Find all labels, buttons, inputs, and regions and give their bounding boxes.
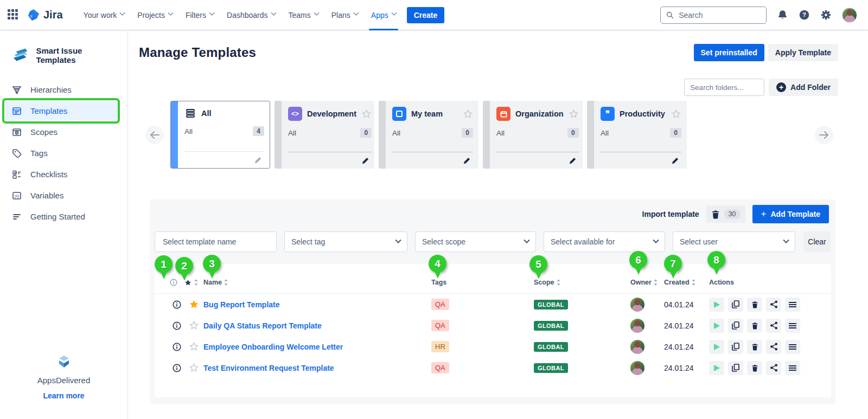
notifications-button[interactable] (777, 9, 788, 21)
carousel-prev-button[interactable] (145, 126, 164, 144)
settings-button[interactable] (820, 9, 832, 21)
sidebar-item-scopes[interactable]: Scopes (5, 123, 118, 141)
nav-dashboards[interactable]: Dashboards (220, 0, 282, 30)
set-preinstalled-button[interactable]: Set preinstalled (694, 44, 764, 61)
nav-your-work[interactable]: Your work (77, 0, 131, 30)
row-favorite-button[interactable] (184, 299, 203, 310)
search-folders-input[interactable] (684, 79, 764, 96)
app-switcher-icon[interactable] (8, 9, 20, 21)
folder-card-my-team[interactable]: My team All 0 (379, 101, 478, 169)
more-menu-button[interactable] (785, 319, 800, 333)
learn-more-link[interactable]: Learn more (43, 391, 84, 400)
col-scope[interactable]: Scope (534, 279, 630, 286)
sidebar-item-tags[interactable]: Tags (5, 144, 118, 162)
more-menu-button[interactable] (785, 361, 800, 375)
more-menu-button[interactable] (785, 298, 800, 312)
folder-card-productivity[interactable]: ❞ Productivity All 0 (587, 101, 687, 169)
templates-icon (12, 106, 22, 116)
row-favorite-button[interactable] (184, 320, 203, 331)
folder-card-organization[interactable]: Organization All 0 (483, 101, 583, 169)
search-input[interactable] (678, 10, 761, 20)
row-favorite-button[interactable] (184, 363, 203, 373)
global-search[interactable] (660, 7, 767, 24)
topnav-right-cluster: ? (660, 7, 857, 24)
bulk-trash-button[interactable]: 30 (706, 205, 745, 223)
copy-button[interactable] (728, 340, 743, 354)
marker-pin-6: 6 (629, 251, 647, 269)
row-info-button[interactable] (170, 321, 184, 330)
share-icon (770, 343, 778, 351)
col-owner[interactable]: Owner (630, 279, 664, 286)
delete-button[interactable] (747, 298, 762, 312)
add-folder-button[interactable]: + Add Folder (769, 79, 838, 96)
template-name-link[interactable]: Daily QA Status Report Template (203, 321, 431, 330)
chevron-down-icon (391, 10, 397, 15)
sidebar-item-label: Hierarchies (30, 85, 72, 94)
apply-play-button[interactable] (709, 361, 724, 375)
filter-tag-select[interactable]: Select tag (284, 231, 407, 252)
folder-card-development[interactable]: <> Development All 0 (275, 101, 374, 169)
delete-button[interactable] (747, 340, 762, 354)
add-template-button[interactable]: + Add Template (752, 205, 829, 223)
star-icon[interactable] (671, 109, 681, 119)
sidebar-item-checklists[interactable]: Checklists (5, 165, 118, 183)
more-menu-button[interactable] (785, 340, 800, 354)
star-icon[interactable] (569, 109, 579, 119)
template-name-link[interactable]: Employee Onboarding Welcome Letter (203, 343, 431, 351)
templates-table: Name Tags Scope Owner Created (155, 264, 831, 397)
row-favorite-button[interactable] (184, 341, 203, 352)
row-info-button[interactable] (170, 343, 184, 351)
nav-plans[interactable]: Plans (325, 0, 365, 30)
carousel-next-button[interactable] (815, 126, 833, 144)
delete-button[interactable] (747, 361, 762, 375)
apply-template-button[interactable]: Apply Template (768, 44, 838, 61)
filter-template-name[interactable] (155, 231, 277, 252)
menu-icon (789, 323, 796, 329)
nav-teams[interactable]: Teams (282, 0, 325, 30)
import-template-link[interactable]: Import template (642, 210, 699, 218)
star-icon[interactable] (361, 109, 372, 119)
help-button[interactable]: ? (799, 9, 810, 21)
clear-filters-button[interactable]: Clear (803, 231, 831, 252)
edit-pencil-icon[interactable] (463, 157, 471, 165)
filter-scope-select[interactable]: Select scope (415, 231, 536, 252)
copy-button[interactable] (728, 298, 743, 312)
chevron-down-icon (271, 10, 276, 15)
col-name[interactable]: Name (203, 279, 431, 286)
folder-card-all[interactable]: All All 4 (170, 101, 270, 169)
share-button[interactable] (766, 298, 781, 312)
jira-logo[interactable]: Jira (27, 9, 63, 22)
copy-button[interactable] (728, 361, 743, 375)
delete-button[interactable] (747, 319, 762, 333)
star-icon[interactable] (463, 109, 473, 119)
sidebar-item-getting-started[interactable]: Getting Started (5, 208, 118, 225)
nav-filters[interactable]: Filters (179, 0, 220, 30)
apply-play-button[interactable] (709, 340, 724, 354)
apply-play-button[interactable] (709, 319, 724, 333)
nav-projects[interactable]: Projects (131, 0, 179, 30)
main-content: Manage Templates Set preinstalled Apply … (129, 31, 868, 419)
filter-available-for-select[interactable]: Select available for (544, 231, 665, 252)
col-created[interactable]: Created (664, 279, 709, 286)
create-button[interactable]: Create (407, 7, 445, 23)
nav-apps[interactable]: Apps (365, 0, 403, 30)
template-name-link[interactable]: Test Environment Request Template (203, 364, 431, 372)
filter-user-select[interactable]: Select user (673, 231, 795, 252)
template-name-input[interactable] (162, 237, 270, 247)
share-button[interactable] (766, 319, 781, 333)
edit-pencil-icon[interactable] (569, 157, 577, 165)
template-name-link[interactable]: Bug Report Template (203, 300, 431, 309)
share-button[interactable] (766, 361, 781, 375)
sidebar-item-templates[interactable]: Templates (5, 102, 118, 120)
copy-button[interactable] (728, 319, 743, 333)
edit-pencil-icon[interactable] (361, 157, 369, 165)
sidebar-item-hierarchies[interactable]: Hierarchies (5, 81, 118, 99)
row-info-button[interactable] (170, 364, 184, 372)
row-info-button[interactable] (170, 300, 184, 309)
share-button[interactable] (766, 340, 781, 354)
user-avatar[interactable] (842, 8, 857, 23)
sidebar-item-variables[interactable]: (x) Variables (5, 186, 118, 204)
apply-play-button[interactable] (709, 298, 724, 312)
edit-pencil-icon[interactable] (254, 156, 262, 164)
edit-pencil-icon[interactable] (671, 157, 679, 165)
